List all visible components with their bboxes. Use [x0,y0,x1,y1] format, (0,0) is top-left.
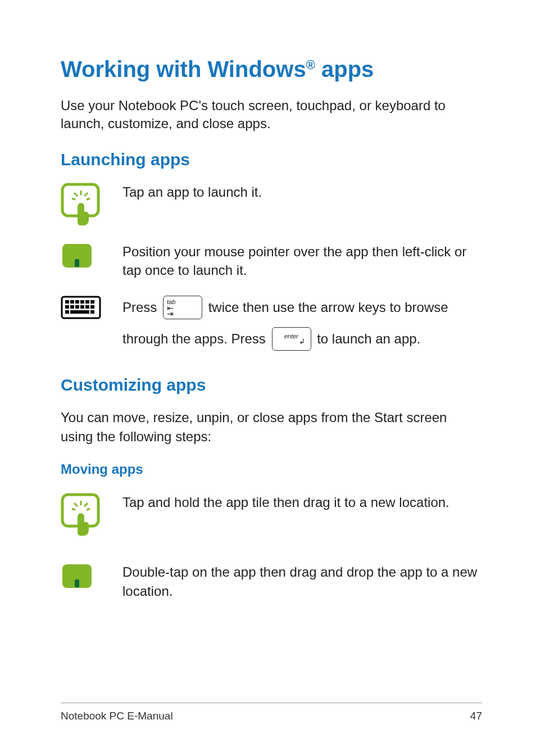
svg-rect-20 [90,305,94,309]
kb-text-line2-post: to launch an app. [317,331,420,346]
enter-key-icon: enter ↲ [272,327,311,351]
touchpad-icon [61,563,103,590]
svg-rect-31 [75,580,79,587]
page-title: Working with Windows® apps [61,56,482,82]
moving-touchpad-text: Double-tap on the app then drag and drop… [122,563,482,600]
intro-paragraph: Use your Notebook PC's touch screen, tou… [61,97,482,133]
svg-line-26 [74,503,78,506]
launching-keyboard-row: Press tab ⇤⇥ twice then use the arrow ke… [61,296,482,351]
svg-rect-23 [90,310,94,314]
svg-line-3 [84,193,88,196]
footer-left: Notebook PC E-Manual [61,710,173,722]
svg-line-27 [84,503,88,506]
svg-line-29 [72,509,75,510]
svg-rect-19 [85,305,89,309]
page: Working with Windows® apps Use your Note… [0,0,536,756]
kb-text-mid: twice then use the arrow keys to browse [208,300,448,315]
svg-line-5 [72,198,75,200]
launching-touchpad-row: Position your mouse pointer over the app… [61,242,482,280]
svg-rect-22 [70,310,89,314]
launching-touch-text: Tap an app to launch it. [122,183,482,202]
svg-line-4 [87,198,90,200]
launching-apps-heading: Launching apps [61,150,482,169]
svg-rect-12 [80,300,84,304]
moving-apps-heading: Moving apps [61,461,482,477]
moving-touch-row: Tap and hold the app tile then drag it t… [61,493,482,537]
launching-keyboard-text: Press tab ⇤⇥ twice then use the arrow ke… [122,296,482,351]
svg-rect-17 [75,305,79,309]
tab-key-icon: tab ⇤⇥ [163,296,202,319]
title-pre: Working with Windows [61,57,306,82]
svg-rect-14 [90,300,94,304]
launching-touch-row: Tap an app to launch it. [61,183,482,227]
touch-screen-icon [61,183,103,227]
svg-rect-10 [70,300,74,304]
tab-key-arrows: ⇤⇥ [167,305,174,316]
svg-rect-15 [65,305,69,309]
svg-rect-9 [65,300,69,304]
page-footer: Notebook PC E-Manual 47 [61,703,482,722]
kb-text-line2-pre: through the apps. Press [122,331,270,346]
customizing-apps-heading: Customizing apps [61,375,482,395]
keyboard-icon [61,296,103,319]
svg-rect-18 [80,305,84,309]
moving-touch-text: Tap and hold the app tile then drag it t… [122,493,482,512]
title-registered: ® [306,58,315,72]
launching-touchpad-text: Position your mouse pointer over the app… [122,242,482,280]
enter-key-arrow: ↲ [299,337,305,347]
customizing-intro: You can move, resize, unpin, or close ap… [61,408,482,446]
svg-rect-21 [65,310,69,314]
svg-line-28 [87,509,90,510]
title-post: apps [315,57,374,82]
svg-rect-7 [75,259,79,267]
svg-rect-16 [70,305,74,309]
moving-touchpad-row: Double-tap on the app then drag and drop… [61,563,482,600]
touchpad-icon [61,242,103,269]
svg-rect-13 [85,300,89,304]
svg-rect-11 [75,300,79,304]
svg-line-2 [74,193,78,196]
kb-text-pre: Press [122,300,161,315]
footer-page-number: 47 [470,710,482,722]
touch-screen-icon [61,493,103,537]
